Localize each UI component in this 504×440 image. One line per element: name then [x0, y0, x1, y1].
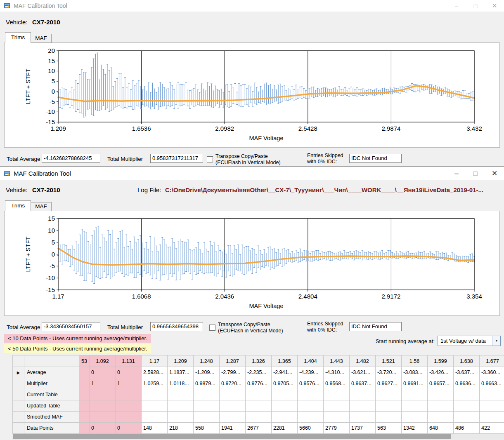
grid-cell[interactable] [272, 389, 298, 400]
idc-status-box[interactable]: IDC Not Found [349, 154, 402, 163]
grid-cell[interactable] [79, 367, 90, 378]
grid-cell[interactable] [79, 423, 90, 434]
grid-cell[interactable]: -1.209... [194, 367, 220, 378]
grid-cell[interactable]: 1.0259... [142, 378, 168, 389]
grid-cell[interactable] [480, 412, 504, 423]
grid-cell[interactable] [272, 412, 298, 423]
column-header[interactable]: 1.326 [246, 355, 272, 367]
column-header[interactable]: 1.131 [116, 355, 142, 367]
grid-cell[interactable]: -4.239... [298, 367, 324, 378]
grid-cell[interactable] [298, 400, 324, 412]
grid-cell[interactable]: 0.9576... [298, 378, 324, 389]
grid-cell[interactable] [90, 389, 116, 400]
grid-cell[interactable]: 0.9776... [246, 378, 272, 389]
grid-cell[interactable]: 0.9663... [480, 378, 504, 389]
grid-cell[interactable] [350, 400, 376, 412]
total-multiplier-value[interactable]: 0.95837317211317 [150, 154, 203, 163]
idc-status-box[interactable]: IDC Not Found [349, 322, 402, 331]
grid-cell[interactable] [220, 389, 246, 400]
grid-cell[interactable]: 1342 [402, 423, 428, 434]
grid-cell[interactable]: 2677 [246, 423, 272, 434]
grid-cell[interactable]: 0.9657... [428, 378, 454, 389]
grid-cell[interactable]: -3.720... [376, 367, 402, 378]
grid-cell[interactable] [480, 389, 504, 400]
horizontal-scrollbar[interactable] [12, 434, 504, 440]
transpose-checkbox[interactable] [207, 156, 213, 162]
grid-cell[interactable] [79, 378, 90, 389]
grid-cell[interactable] [272, 400, 298, 412]
grid-cell[interactable] [454, 389, 480, 400]
maximize-button[interactable]: □ [466, 167, 485, 180]
column-header[interactable]: 1.521 [376, 355, 402, 367]
minimize-button[interactable]: – [447, 167, 466, 180]
grid-cell[interactable] [324, 400, 350, 412]
grid-cell[interactable]: 1941 [220, 423, 246, 434]
grid-cell[interactable]: 1.0118... [168, 378, 194, 389]
grid-cell[interactable] [194, 412, 220, 423]
grid-cell[interactable] [142, 400, 168, 412]
row-selector[interactable] [13, 378, 24, 389]
grid-cell[interactable]: -3.083... [402, 367, 428, 378]
grid-cell[interactable]: 0.9637... [350, 378, 376, 389]
grid-cell[interactable] [480, 400, 504, 412]
grid-cell[interactable] [194, 389, 220, 400]
grid-cell[interactable] [194, 400, 220, 412]
grid-cell[interactable]: 148 [142, 423, 168, 434]
column-header[interactable]: 1.677 [480, 355, 504, 367]
grid-cell[interactable]: 1 [116, 378, 142, 389]
column-header[interactable]: 1.365 [272, 355, 298, 367]
row-selector[interactable] [13, 412, 24, 423]
column-header[interactable]: 1.209 [168, 355, 194, 367]
grid-cell[interactable] [220, 412, 246, 423]
grid-cell[interactable]: 563 [376, 423, 402, 434]
row-header[interactable]: Current Table [24, 389, 79, 400]
tab-trims[interactable]: Trims [5, 32, 31, 43]
grid-cell[interactable]: -3.621... [350, 367, 376, 378]
tab-maf[interactable]: MAF [31, 202, 52, 211]
grid-cell[interactable]: -4.310... [324, 367, 350, 378]
maf-table[interactable]: 531.0921.1311.171.2091.2481.2871.3261.36… [12, 355, 504, 434]
grid-cell[interactable] [116, 389, 142, 400]
grid-cell[interactable] [220, 400, 246, 412]
grid-cell[interactable] [142, 389, 168, 400]
grid-cell[interactable]: 1.1837... [168, 367, 194, 378]
grid-cell[interactable]: 5660 [298, 423, 324, 434]
grid-cell[interactable] [90, 400, 116, 412]
chevron-down-icon[interactable]: ▼ [492, 336, 500, 346]
grid-cell[interactable] [79, 389, 90, 400]
grid-cell[interactable]: 0.9705... [272, 378, 298, 389]
grid-cell[interactable]: 648 [428, 423, 454, 434]
maximize-button[interactable]: □ [466, 0, 485, 12]
grid-cell[interactable] [350, 389, 376, 400]
grid-cell[interactable] [79, 412, 90, 423]
close-button[interactable]: ✕ [485, 167, 504, 180]
grid-cell[interactable]: 0 [116, 423, 142, 434]
grid-cell[interactable] [90, 412, 116, 423]
grid-cell[interactable]: -3.360... [480, 367, 504, 378]
column-header[interactable]: 53 [79, 355, 90, 367]
column-header[interactable]: 1.287 [220, 355, 246, 367]
grid-cell[interactable]: 0.9879... [194, 378, 220, 389]
grid-cell[interactable]: 0.9636... [454, 378, 480, 389]
grid-cell[interactable]: -3.426... [428, 367, 454, 378]
grid-cell[interactable]: 218 [168, 423, 194, 434]
grid-cell[interactable]: -2.799... [220, 367, 246, 378]
grid-cell[interactable] [376, 412, 402, 423]
tab-trims[interactable]: Trims [5, 200, 31, 211]
grid-cell[interactable]: 2.5928... [142, 367, 168, 378]
grid-cell[interactable] [246, 400, 272, 412]
tab-maf[interactable]: MAF [31, 34, 52, 43]
grid-cell[interactable]: 0.9568... [324, 378, 350, 389]
run-average-dropdown[interactable]: 1st Voltage w/ data ▼ [438, 336, 501, 346]
grid-cell[interactable] [454, 412, 480, 423]
grid-cell[interactable]: 0 [90, 367, 116, 378]
grid-cell[interactable]: 2281 [272, 423, 298, 434]
row-header[interactable]: Updated Table [24, 400, 79, 412]
column-header[interactable]: 1.56 [402, 355, 428, 367]
grid-cell[interactable]: 0.9691... [402, 378, 428, 389]
grid-cell[interactable]: 558 [194, 423, 220, 434]
grid-cell[interactable]: 0 [116, 367, 142, 378]
row-selector[interactable] [13, 389, 24, 400]
grid-cell[interactable] [428, 412, 454, 423]
row-header[interactable]: Smoothed MAF [24, 412, 79, 423]
